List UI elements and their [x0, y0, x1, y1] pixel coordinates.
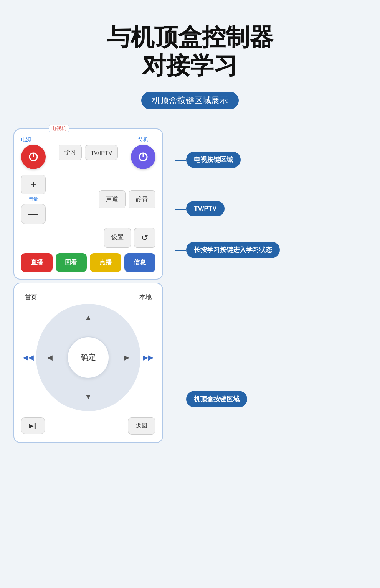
local-label: 本地 — [135, 291, 155, 304]
nav-top-row: 首页 本地 — [21, 291, 155, 304]
mute-button[interactable]: 静音 — [129, 190, 155, 208]
mid-row: + 音量 — 声道 静音 — [21, 175, 155, 224]
learn-button[interactable]: 学习 — [59, 145, 82, 160]
color-buttons-row: 直播 回看 点播 信息 — [21, 253, 155, 272]
power-area: 电源 — [21, 136, 46, 169]
long-press-label-item: 长按学习按键进入学习状态 — [175, 242, 367, 260]
nav-circle-row: ◀◀ ▲ ▼ ◀ ▶ 确定 ▶▶ — [21, 304, 155, 411]
mid-btns: 声道 静音 — [99, 190, 155, 208]
nav-outer-circle: ▲ ▼ ◀ ▶ 确定 — [36, 304, 140, 411]
vol-label: 音量 — [29, 196, 38, 203]
tv-zone-badge: 电视按键区域 — [186, 152, 241, 168]
nav-left-button[interactable]: ◀ — [41, 349, 58, 366]
fast-back-button[interactable]: ◀◀ — [21, 350, 36, 365]
standby-label: 待机 — [138, 136, 148, 143]
long-press-badge: 长按学习按键进入学习状态 — [186, 242, 280, 258]
info-button[interactable]: 信息 — [124, 253, 156, 272]
tviptv-button[interactable]: TV/IPTV — [85, 145, 118, 160]
play-pause-button[interactable]: ▶‖ — [21, 417, 45, 434]
tv-label: 电视机 — [49, 125, 69, 132]
vod-button[interactable]: 点播 — [90, 253, 121, 272]
fast-forward-button[interactable]: ▶▶ — [140, 350, 155, 365]
replay-button[interactable]: 回看 — [56, 253, 87, 272]
subtitle-badge: 机顶盒按键区域展示 — [141, 92, 239, 109]
tv-ptv-badge: TV/PTV — [186, 201, 225, 216]
standby-button[interactable] — [131, 145, 155, 169]
learn-tv-area: 学习 TV/IPTV — [59, 145, 118, 160]
settings-row: 设置 ↺ — [21, 228, 155, 248]
live-button[interactable]: 直播 — [21, 253, 53, 272]
page-title: 与机顶盒控制器 对接学习 — [107, 23, 273, 80]
standby-area: 待机 — [131, 136, 155, 169]
stb-zone-label-item: 机顶盒按键区域 — [175, 391, 367, 410]
nav-down-button[interactable]: ▼ — [80, 389, 97, 406]
confirm-button[interactable]: 确定 — [67, 336, 109, 379]
stb-zone-badge: 机顶盒按键区域 — [186, 391, 247, 407]
remote-bottom-section: 首页 本地 ◀◀ ▲ ▼ ◀ ▶ 确定 ▶▶ — [13, 283, 163, 443]
settings-btns: 设置 ↺ — [104, 228, 155, 248]
home-label: 首页 — [21, 291, 41, 304]
settings-button[interactable]: 设置 — [104, 228, 131, 248]
remote-wrapper: 电视机 电源 学习 TV/IPTV — [13, 128, 163, 443]
top-row: 电源 学习 TV/IPTV 待机 — [21, 136, 155, 169]
back-button[interactable]: 返回 — [128, 417, 155, 435]
vol-plus-button[interactable]: + — [21, 175, 46, 194]
remote-top-section: 电视机 电源 学习 TV/IPTV — [13, 128, 163, 280]
nav-bottom-row: ▶‖ 返回 — [21, 417, 155, 435]
nav-up-button[interactable]: ▲ — [80, 309, 97, 326]
vol-area: + 音量 — — [21, 175, 46, 224]
main-content: 电视机 电源 学习 TV/IPTV — [13, 128, 367, 443]
tv-zone-label-item: 电视按键区域 — [175, 152, 367, 170]
power-label: 电源 — [21, 136, 31, 143]
play-pause-icon: ▶‖ — [29, 422, 37, 429]
power-button[interactable] — [21, 145, 46, 169]
nav-right-button[interactable]: ▶ — [118, 349, 135, 366]
tv-ptv-label-item: TV/PTV — [175, 201, 367, 219]
refresh-button[interactable]: ↺ — [134, 228, 155, 248]
labels-column: 电视按键区域 TV/PTV 长按学习按键进入学习状态 机顶盒按键区域 — [175, 128, 367, 410]
vol-minus-button[interactable]: — — [21, 204, 46, 224]
channel-button[interactable]: 声道 — [99, 190, 126, 208]
